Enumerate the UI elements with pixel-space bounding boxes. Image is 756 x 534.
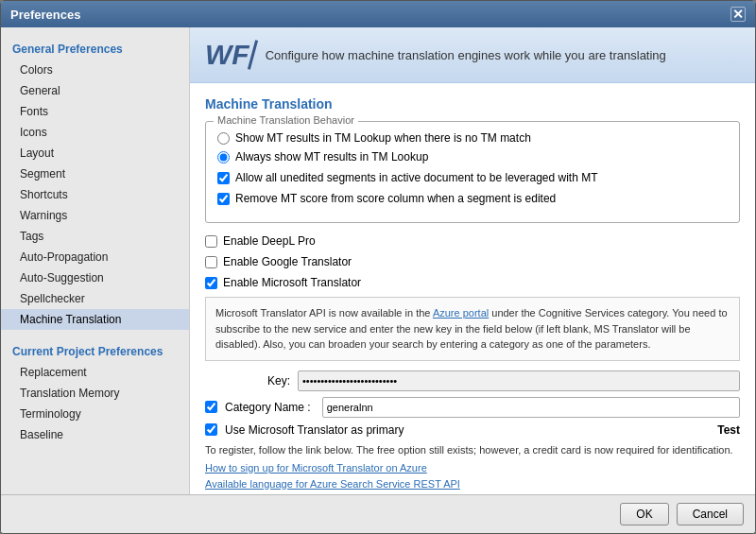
checkbox-category[interactable] (205, 401, 217, 413)
title-bar: Preferences ✕ (1, 1, 755, 27)
main-body: Machine Translation Machine Translation … (190, 83, 755, 494)
checkbox1-label[interactable]: Allow all unedited segments in active do… (235, 171, 598, 184)
group-label: Machine Translation Behavior (214, 114, 358, 126)
main-header: WF Configure how machine translation eng… (190, 27, 755, 83)
checkbox-option-2: Remove MT score from score column when a… (217, 192, 728, 205)
signup-link[interactable]: How to sign up for Microsoft Translator … (205, 462, 427, 474)
sidebar-item-terminology[interactable]: Terminology (1, 404, 189, 424)
azure-portal-link[interactable]: Azure portal (433, 307, 489, 319)
category-input[interactable] (322, 397, 740, 418)
enable-google-option: Enable Google Translator (205, 255, 740, 268)
use-primary-row: Use Microsoft Translator as primary Test (205, 423, 740, 437)
radio-option-1: Show MT results in TM Lookup when there … (217, 131, 728, 145)
sidebar-item-tags[interactable]: Tags (1, 226, 189, 247)
sidebar-item-auto-suggestion[interactable]: Auto-Suggestion (1, 267, 189, 288)
use-primary-label[interactable]: Use Microsoft Translator as primary (225, 423, 404, 437)
checkbox-option-1: Allow all unedited segments in active do… (217, 171, 728, 184)
preferences-dialog: Preferences ✕ General Preferences Colors… (0, 0, 756, 534)
radio-always-show[interactable] (217, 151, 230, 164)
sidebar-item-layout[interactable]: Layout (1, 143, 189, 164)
sidebar-item-icons[interactable]: Icons (1, 122, 189, 143)
ok-button[interactable]: OK (620, 503, 668, 525)
enable-google-label[interactable]: Enable Google Translator (223, 255, 352, 268)
key-label: Key: (205, 374, 290, 388)
checkbox-remove-score[interactable] (217, 193, 230, 205)
key-input[interactable] (298, 370, 740, 391)
general-section-title: General Preferences (1, 37, 189, 60)
sidebar-item-replacement[interactable]: Replacement (1, 362, 189, 383)
main-content: WF Configure how machine translation eng… (190, 27, 755, 494)
sidebar: General Preferences Colors General Fonts… (1, 27, 190, 494)
enable-deepl-label[interactable]: Enable DeepL Pro (223, 234, 316, 248)
sidebar-item-segment[interactable]: Segment (1, 164, 189, 184)
api-link[interactable]: Available language for Azure Search Serv… (205, 478, 460, 490)
enable-microsoft-option: Enable Microsoft Translator (205, 276, 740, 289)
checkbox2-label[interactable]: Remove MT score from score column when a… (235, 192, 556, 205)
checkbox-enable-deepl[interactable] (205, 235, 217, 248)
sidebar-item-spellchecker[interactable]: Spellchecker (1, 288, 189, 309)
sidebar-item-auto-propagation[interactable]: Auto-Propagation (1, 247, 189, 267)
checkbox-enable-microsoft[interactable] (205, 277, 217, 289)
sidebar-item-shortcuts[interactable]: Shortcuts (1, 184, 189, 205)
sidebar-item-baseline[interactable]: Baseline (1, 424, 189, 445)
sidebar-item-translation-memory[interactable]: Translation Memory (1, 383, 189, 404)
dialog-title: Preferences (10, 8, 80, 22)
behavior-group: Machine Translation Behavior Show MT res… (205, 121, 740, 223)
register-text: To register, follow the link below. The … (205, 444, 740, 456)
info-text: Microsoft Translator API is now availabl… (215, 307, 433, 319)
sidebar-item-machine-translation[interactable]: Machine Translation (1, 309, 189, 330)
enable-microsoft-label[interactable]: Enable Microsoft Translator (223, 276, 361, 289)
key-field-row: Key: (205, 370, 740, 391)
radio-option-2: Always show MT results in TM Lookup (217, 150, 728, 164)
dialog-body: General Preferences Colors General Fonts… (1, 27, 755, 494)
app-logo: WF (205, 39, 254, 71)
radio-no-tm-match[interactable] (217, 132, 230, 145)
test-label: Test (717, 423, 740, 437)
close-button[interactable]: ✕ (730, 7, 746, 22)
category-label: Category Name : (225, 401, 311, 414)
checkbox-use-primary[interactable] (205, 423, 217, 436)
sidebar-item-fonts[interactable]: Fonts (1, 101, 189, 122)
checkbox-enable-google[interactable] (205, 256, 217, 268)
cancel-button[interactable]: Cancel (677, 503, 744, 525)
sidebar-item-warnings[interactable]: Warnings (1, 205, 189, 226)
category-field-row: Category Name : (205, 397, 740, 418)
dialog-footer: OK Cancel (1, 494, 755, 533)
sidebar-item-general[interactable]: General (1, 80, 189, 101)
sidebar-item-colors[interactable]: Colors (1, 60, 189, 80)
checkbox-leverage-mt[interactable] (217, 172, 230, 184)
enable-deepl-option: Enable DeepL Pro (205, 234, 740, 248)
info-box: Microsoft Translator API is now availabl… (205, 297, 740, 361)
header-description: Configure how machine translation engine… (266, 48, 666, 62)
radio2-label[interactable]: Always show MT results in TM Lookup (235, 150, 428, 164)
project-section-title: Current Project Preferences (1, 339, 189, 362)
section-title: Machine Translation (205, 96, 740, 112)
radio1-label[interactable]: Show MT results in TM Lookup when there … (235, 131, 531, 145)
